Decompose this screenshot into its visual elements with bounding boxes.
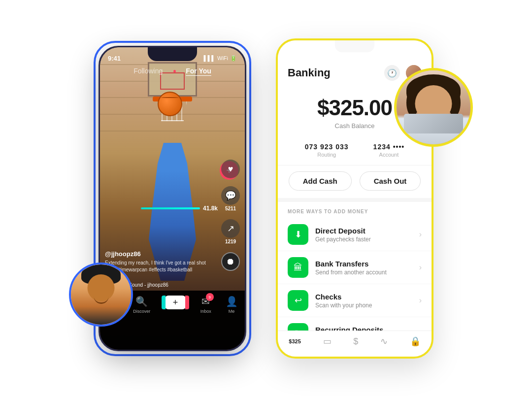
tiktok-like-bar: 41.8k bbox=[141, 205, 218, 212]
routing-number: 073 923 033 bbox=[305, 143, 349, 151]
direct-deposit-subtitle: Get paychecks faster bbox=[315, 236, 419, 243]
recurring-deposits-title: Recurring Deposits bbox=[315, 326, 419, 331]
clock-icon: 🕐 bbox=[387, 68, 397, 78]
inbox-badge: 9 bbox=[206, 293, 214, 301]
signal-icon: ▌▌▌ bbox=[204, 55, 215, 61]
tiktok-top-nav: Following For You bbox=[100, 65, 245, 77]
add-cash-button[interactable]: Add Cash bbox=[289, 171, 352, 191]
following-tab[interactable]: Following bbox=[133, 67, 163, 75]
avatar-skin bbox=[88, 274, 115, 301]
chart-icon: ∿ bbox=[380, 336, 388, 347]
banking-balance-tab[interactable]: $325 bbox=[289, 338, 300, 344]
banking-chart-tab[interactable]: ∿ bbox=[380, 336, 388, 347]
app-container: 9:41 ▌▌▌ WiFi 🔋 Following For You + bbox=[0, 0, 532, 397]
avatar-smile bbox=[94, 297, 108, 304]
share-icon: ↗ bbox=[221, 219, 240, 238]
bank-transfers-text: Bank Transfers Send from another account bbox=[315, 260, 419, 276]
discover-label: Discover bbox=[133, 309, 150, 314]
profile-icon: 👤 bbox=[226, 296, 238, 307]
cash-out-button[interactable]: Cash Out bbox=[360, 171, 421, 191]
tiktok-disc: ⏺ bbox=[221, 252, 240, 271]
woman-clothes bbox=[404, 114, 463, 133]
dollar-icon: $ bbox=[353, 336, 358, 347]
bank-transfers-subtitle: Send from another account bbox=[315, 269, 419, 276]
share-button[interactable]: ↗ 1219 bbox=[221, 219, 240, 244]
bank-transfers-item[interactable]: 🏛 Bank Transfers Send from another accou… bbox=[278, 251, 432, 284]
heart-icon: ♥ bbox=[221, 160, 240, 178]
tiktok-like-line bbox=[141, 207, 200, 209]
left-avatar bbox=[69, 263, 133, 327]
garage-line bbox=[100, 131, 245, 132]
tiktok-username[interactable]: @jjhoopz86 bbox=[105, 250, 215, 258]
status-icons: ▌▌▌ WiFi 🔋 bbox=[204, 55, 237, 62]
direct-deposit-title: Direct Deposit bbox=[315, 227, 419, 235]
recurring-deposits-item[interactable]: ↻ Recurring Deposits Add from your debit… bbox=[278, 317, 432, 331]
like-button[interactable]: ♥ bbox=[221, 160, 240, 178]
right-section: Banking 🕐 $325.00 Cash Balance bbox=[276, 38, 433, 359]
me-label: Me bbox=[229, 309, 235, 314]
direct-deposit-chevron: › bbox=[419, 230, 422, 239]
search-icon: 🔍 bbox=[135, 296, 148, 307]
basketball bbox=[158, 92, 182, 116]
banking-notch bbox=[335, 40, 374, 52]
recurring-deposits-icon: ↻ bbox=[288, 323, 308, 331]
wifi-icon: WiFi bbox=[217, 55, 228, 61]
left-section: 9:41 ▌▌▌ WiFi 🔋 Following For You + bbox=[99, 46, 246, 351]
right-avatar bbox=[394, 68, 473, 147]
routing-label: Routing bbox=[305, 152, 349, 158]
checks-chevron: › bbox=[419, 296, 422, 305]
recurring-deposits-text: Recurring Deposits Add from your debit c… bbox=[315, 326, 419, 331]
battery-icon: 🔋 bbox=[230, 55, 237, 62]
create-plus-icon: + bbox=[165, 296, 186, 309]
comment-button[interactable]: 💬 5211 bbox=[221, 186, 240, 211]
like-count: 41.8k bbox=[203, 205, 218, 212]
bank-transfers-chevron: › bbox=[419, 263, 422, 272]
disc-icon: ⏺ bbox=[221, 252, 240, 271]
tiktok-create-tab[interactable]: + bbox=[165, 296, 186, 309]
more-ways-header: MORE WAYS TO ADD MONEY bbox=[278, 202, 432, 218]
checks-item[interactable]: ↩ Checks Scan with your phone › bbox=[278, 284, 432, 317]
comment-icon: 💬 bbox=[221, 186, 240, 205]
left-avatar-inner bbox=[71, 265, 131, 325]
bank-transfers-title: Bank Transfers bbox=[315, 260, 419, 268]
share-count: 1219 bbox=[225, 239, 236, 244]
tiktok-discover-tab[interactable]: 🔍 Discover bbox=[133, 296, 150, 314]
bank-transfers-icon: 🏛 bbox=[288, 257, 308, 278]
direct-deposit-item[interactable]: ⬇ Direct Deposit Get paychecks faster › bbox=[278, 218, 432, 251]
card-icon: ▭ bbox=[323, 336, 332, 347]
direct-deposit-icon: ⬇ bbox=[288, 224, 308, 245]
comment-count: 5211 bbox=[225, 206, 236, 211]
checks-icon: ↩ bbox=[288, 290, 308, 311]
banking-more-ways: MORE WAYS TO ADD MONEY ⬇ Direct Deposit … bbox=[278, 202, 432, 331]
tiktok-inbox-tab[interactable]: ✉ 9 Inbox bbox=[200, 296, 211, 314]
woman-face bbox=[404, 74, 463, 133]
live-dot bbox=[173, 70, 176, 72]
banking-balance-amount: $325 bbox=[289, 338, 300, 344]
banking-bottom-nav: $325 ▭ $ ∿ 🔒 bbox=[278, 331, 432, 357]
checks-subtitle: Scan with your phone bbox=[315, 302, 419, 309]
banking-actions: Add Cash Cash Out bbox=[278, 165, 432, 202]
direct-deposit-text: Direct Deposit Get paychecks faster bbox=[315, 227, 419, 243]
tiktok-me-tab[interactable]: 👤 Me bbox=[226, 296, 238, 314]
inbox-label: Inbox bbox=[200, 309, 211, 314]
account-field: 1234 •••• Account bbox=[373, 143, 405, 158]
tiktok-right-icons: ♥ 💬 5211 ↗ 1219 ⏺ bbox=[221, 160, 240, 271]
checks-title: Checks bbox=[315, 293, 419, 301]
account-label: Account bbox=[373, 152, 405, 158]
right-avatar-inner bbox=[397, 70, 470, 144]
routing-field: 073 923 033 Routing bbox=[305, 143, 349, 158]
checks-text: Checks Scan with your phone bbox=[315, 293, 419, 309]
tiktok-notch bbox=[148, 47, 197, 61]
banking-lock-tab[interactable]: 🔒 bbox=[410, 336, 421, 347]
lock-icon: 🔒 bbox=[410, 336, 421, 347]
banking-title: Banking bbox=[288, 66, 331, 79]
for-you-tab[interactable]: For You bbox=[186, 67, 211, 75]
banking-dollar-tab[interactable]: $ bbox=[353, 336, 358, 347]
banking-card-tab[interactable]: ▭ bbox=[323, 336, 332, 347]
status-time: 9:41 bbox=[108, 55, 121, 62]
